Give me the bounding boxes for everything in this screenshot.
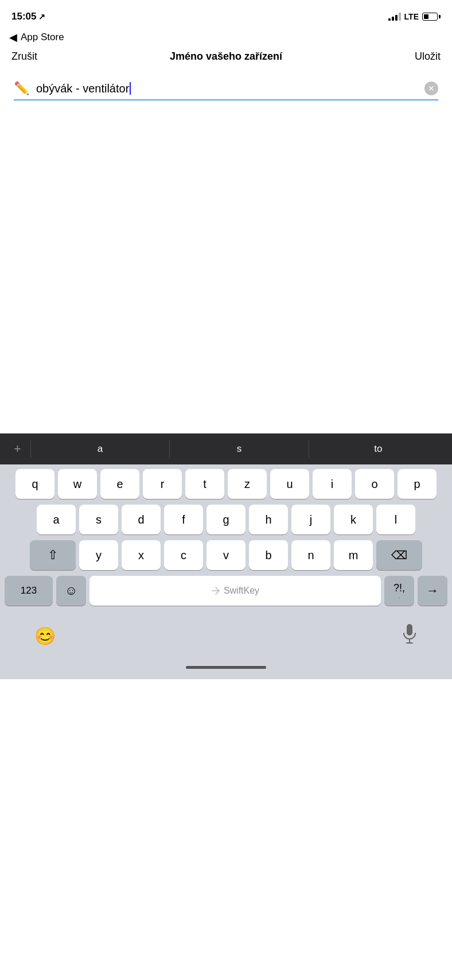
key-b[interactable]: b — [249, 540, 288, 570]
key-row-1: q w e r t z u i o p — [2, 469, 450, 499]
input-section: ✏️ obývák - ventilátor ✕ — [0, 69, 452, 100]
status-icons: LTE — [388, 12, 441, 21]
bottom-key-row: 123 ☺ SwiftKey ?!, . → — [2, 576, 450, 606]
input-row: ✏️ obývák - ventilátor ✕ — [14, 81, 438, 100]
space-key[interactable]: SwiftKey — [89, 576, 381, 606]
location-icon: ↗ — [38, 12, 45, 21]
mic-button[interactable] — [402, 623, 418, 648]
status-time: 15:05 ↗ — [11, 11, 45, 22]
lte-label: LTE — [404, 12, 419, 21]
numbers-label: 123 — [21, 585, 37, 596]
key-row-3: ⇧ y x c v b n m ⌫ — [2, 540, 450, 570]
key-i[interactable]: i — [313, 469, 352, 499]
emoji-key[interactable]: ☺ — [56, 576, 86, 606]
key-n[interactable]: n — [291, 540, 330, 570]
swiftkey-label: SwiftKey — [224, 586, 259, 596]
extra-bar: 😊 — [0, 613, 452, 659]
key-f[interactable]: f — [164, 505, 203, 534]
home-indicator — [0, 659, 452, 679]
key-l[interactable]: l — [376, 505, 415, 534]
key-m[interactable]: m — [334, 540, 373, 570]
key-g[interactable]: g — [206, 505, 246, 534]
key-t[interactable]: t — [185, 469, 224, 499]
edit-icon: ✏️ — [14, 81, 29, 96]
key-d[interactable]: d — [122, 505, 161, 534]
key-u[interactable]: u — [270, 469, 309, 499]
back-label: App Store — [21, 32, 64, 43]
key-s[interactable]: s — [79, 505, 118, 534]
page-title: Jméno vašeho zařízení — [170, 51, 282, 63]
key-w[interactable]: w — [58, 469, 97, 499]
punct-key[interactable]: ?!, . — [384, 576, 414, 606]
key-p[interactable]: p — [398, 469, 437, 499]
key-o[interactable]: o — [355, 469, 394, 499]
clear-button[interactable]: ✕ — [424, 82, 438, 95]
battery-icon — [422, 13, 441, 21]
input-text: obývák - ventilátor — [36, 82, 129, 95]
suggestions-row: + a s to — [0, 433, 452, 464]
key-h[interactable]: h — [249, 505, 288, 534]
back-nav[interactable]: ◀ App Store — [0, 29, 452, 46]
status-bar: 15:05 ↗ LTE — [0, 0, 452, 29]
key-c[interactable]: c — [164, 540, 203, 570]
key-z[interactable]: z — [228, 469, 267, 499]
numbers-key[interactable]: 123 — [5, 576, 53, 606]
text-cursor — [130, 82, 131, 95]
key-r[interactable]: r — [143, 469, 182, 499]
key-e[interactable]: e — [100, 469, 139, 499]
key-q[interactable]: q — [15, 469, 54, 499]
punct-main: ?!, — [393, 583, 405, 593]
key-j[interactable]: j — [291, 505, 330, 534]
save-button[interactable]: Uložit — [415, 51, 441, 63]
time-label: 15:05 — [11, 11, 36, 22]
suggestion-to[interactable]: to — [309, 433, 447, 464]
key-y[interactable]: y — [79, 540, 118, 570]
key-rows: q w e r t z u i o p a s d f g h j k l ⇧ … — [0, 464, 452, 613]
key-x[interactable]: x — [122, 540, 161, 570]
svg-rect-0 — [407, 624, 412, 636]
punct-sub: . — [398, 593, 400, 599]
emoji-button[interactable]: 😊 — [34, 626, 56, 646]
home-bar — [186, 666, 266, 669]
back-button[interactable]: ◀ App Store — [9, 31, 64, 44]
backspace-key[interactable]: ⌫ — [376, 540, 422, 570]
cancel-button[interactable]: Zrušit — [11, 51, 37, 63]
key-row-2: a s d f g h j k l — [2, 505, 450, 534]
content-area — [0, 100, 452, 433]
suggestion-s[interactable]: s — [170, 433, 308, 464]
nav-bar: Zrušit Jméno vašeho zařízení Uložit — [0, 46, 452, 69]
key-a[interactable]: a — [37, 505, 76, 534]
key-k[interactable]: k — [334, 505, 373, 534]
signal-bars — [388, 13, 401, 21]
shift-key[interactable]: ⇧ — [30, 540, 76, 570]
key-v[interactable]: v — [206, 540, 246, 570]
return-key[interactable]: → — [418, 576, 447, 606]
keyboard[interactable]: + a s to q w e r t z u i o p a — [0, 433, 452, 679]
chevron-left-icon: ◀ — [9, 31, 17, 44]
suggestion-plus[interactable]: + — [5, 441, 30, 456]
suggestion-a[interactable]: a — [31, 433, 169, 464]
